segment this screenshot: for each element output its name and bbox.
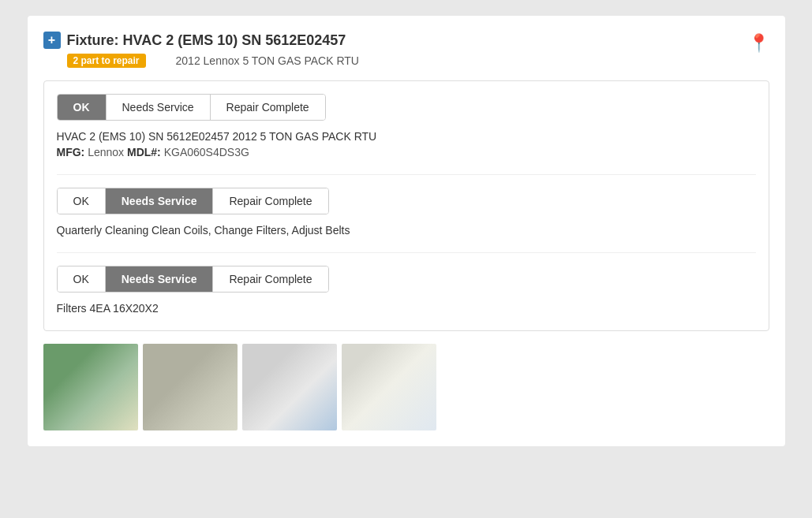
- item-3: OK Needs Service Repair Complete Filters…: [57, 266, 756, 315]
- item-1-subtitle: MFG: Lennox MDL#: KGA060S4DS3G: [57, 146, 756, 158]
- item-2: OK Needs Service Repair Complete Quarter…: [57, 188, 756, 237]
- fixture-header: + Fixture: HVAC 2 (EMS 10) SN 5612E02457…: [43, 32, 769, 68]
- fixture-title: + Fixture: HVAC 2 (EMS 10) SN 5612E02457: [43, 32, 359, 49]
- photo-4-inner: [342, 344, 436, 430]
- item-2-title-bold: Quarterly Cleaning: [57, 224, 149, 237]
- items-container: OK Needs Service Repair Complete HVAC 2 …: [43, 80, 769, 331]
- photo-3-inner: [242, 344, 337, 430]
- item-3-title: Filters 4EA 16X20X2: [57, 302, 756, 315]
- needs-service-button-2[interactable]: Needs Service: [106, 188, 214, 214]
- photo-1[interactable]: [43, 344, 138, 430]
- plus-icon[interactable]: +: [43, 32, 61, 49]
- photo-4[interactable]: [342, 344, 436, 430]
- ok-button-1[interactable]: OK: [58, 95, 107, 120]
- fixture-subtitle: 2012 Lennox 5 TON GAS PACK RTU: [176, 54, 359, 67]
- item-3-title-bold: Filters: [57, 302, 87, 315]
- fixture-header-left: + Fixture: HVAC 2 (EMS 10) SN 5612E02457…: [43, 32, 359, 68]
- location-icon[interactable]: 📍: [748, 33, 769, 54]
- repair-complete-button-2[interactable]: Repair Complete: [213, 188, 327, 214]
- repair-complete-button-3[interactable]: Repair Complete: [213, 266, 327, 292]
- item-1: OK Needs Service Repair Complete HVAC 2 …: [57, 94, 756, 158]
- button-group-2: OK Needs Service Repair Complete: [57, 188, 329, 214]
- mdl-label-1: MDL#:: [127, 146, 161, 158]
- mfg-value-1: Lennox: [84, 146, 127, 158]
- mdl-value-1: KGA060S4DS3G: [161, 146, 249, 158]
- photo-3[interactable]: [242, 344, 337, 430]
- photo-2-inner: [143, 344, 238, 430]
- photos-row: [43, 344, 769, 430]
- ok-button-3[interactable]: OK: [58, 266, 106, 292]
- photo-2[interactable]: [143, 344, 238, 430]
- item-1-title-normal: 2012 5 TON GAS PACK RTU: [230, 130, 376, 143]
- fixture-title-text: Fixture: HVAC 2 (EMS 10) SN 5612E02457: [67, 32, 346, 49]
- needs-service-button-1[interactable]: Needs Service: [107, 95, 211, 120]
- main-card: + Fixture: HVAC 2 (EMS 10) SN 5612E02457…: [28, 16, 785, 446]
- ok-button-2[interactable]: OK: [58, 188, 106, 214]
- item-1-title: HVAC 2 (EMS 10) SN 5612E02457 2012 5 TON…: [57, 130, 756, 143]
- parts-badge: 2 part to repair: [67, 54, 146, 68]
- item-2-title-normal: Clean Coils, Change Filters, Adjust Belt…: [148, 224, 350, 237]
- item-1-title-bold: HVAC 2 (EMS 10) SN 5612E02457: [57, 130, 230, 143]
- photo-1-inner: [43, 344, 138, 430]
- item-2-title: Quarterly Cleaning Clean Coils, Change F…: [57, 224, 756, 237]
- needs-service-button-3[interactable]: Needs Service: [106, 266, 214, 292]
- button-group-1: OK Needs Service Repair Complete: [57, 94, 326, 121]
- button-group-3: OK Needs Service Repair Complete: [57, 266, 329, 293]
- mfg-label-1: MFG:: [57, 146, 85, 158]
- repair-complete-button-1[interactable]: Repair Complete: [211, 95, 325, 120]
- item-3-title-normal: 4EA 16X20X2: [87, 302, 159, 315]
